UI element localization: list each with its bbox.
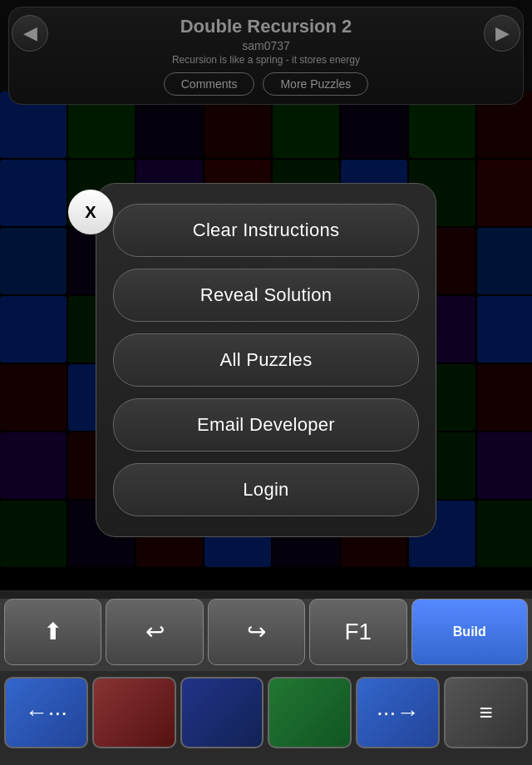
f1-key-button[interactable]: F1 (309, 599, 406, 665)
right-curve-button[interactable]: ↪ (208, 599, 305, 665)
toolbar-row1: ⬆↩↪F1Build (0, 592, 532, 671)
left-curve-button[interactable]: ↩ (106, 599, 203, 665)
left-dots-button[interactable]: ←··· (4, 677, 88, 748)
close-button[interactable]: X (68, 190, 113, 234)
right-dots-button[interactable]: ···→ (356, 677, 440, 748)
up-arrow-button[interactable]: ⬆ (4, 599, 101, 665)
build-button[interactable]: Build (411, 599, 528, 665)
clear-instructions-button[interactable]: Clear Instructions (113, 204, 419, 257)
menu-popup: Clear InstructionsReveal SolutionAll Puz… (96, 183, 436, 537)
dark-blue-block-button[interactable] (180, 677, 264, 748)
all-puzzles-button[interactable]: All Puzzles (113, 333, 419, 387)
email-developer-button[interactable]: Email Developer (113, 398, 419, 452)
list-menu-button[interactable]: ≡ (444, 677, 528, 748)
toolbar-row2: ←······→≡ (0, 671, 532, 754)
login-button[interactable]: Login (113, 463, 419, 516)
bottom-toolbar: ⬆↩↪F1Build ←······→≡ (0, 590, 532, 765)
red-block-button[interactable] (92, 677, 176, 748)
green-block-button[interactable] (268, 677, 352, 748)
reveal-solution-button[interactable]: Reveal Solution (113, 269, 419, 322)
